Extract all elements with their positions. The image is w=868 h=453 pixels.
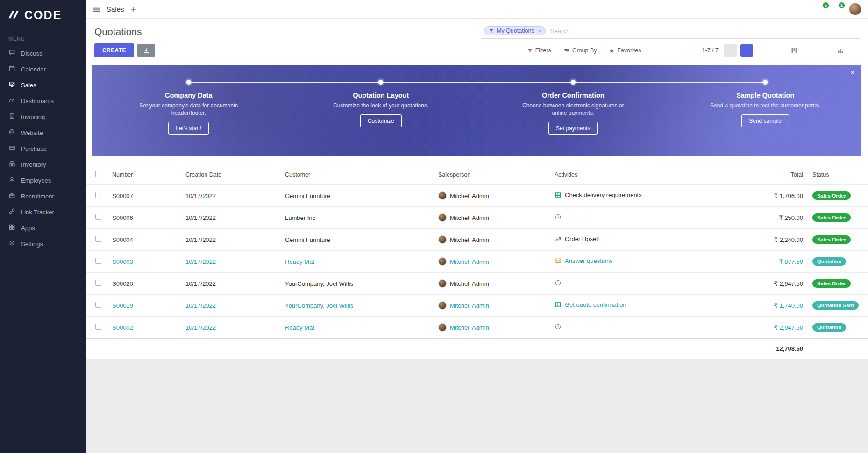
cell-customer: Gemini Furniture	[280, 229, 434, 251]
export-button[interactable]	[137, 44, 155, 57]
calendar-view-icon[interactable]	[806, 47, 813, 54]
cell-activity[interactable]: Order Upsell	[550, 229, 719, 251]
sidebar-item-label: Settings	[21, 241, 43, 248]
step-title: Sample Quotation	[669, 92, 862, 99]
pager-range: 1-7 / 7	[702, 47, 719, 54]
sales-icon	[8, 81, 15, 89]
sidebar-item-link-tracker[interactable]: Link Tracker	[0, 204, 86, 220]
messages-badge: 5	[823, 2, 829, 8]
table-row[interactable]: S00003 10/17/2022 Ready Mat Mitchell Adm…	[86, 251, 868, 273]
search-facet[interactable]: My Quotations ×	[484, 26, 546, 35]
column-header-number[interactable]: Number	[107, 164, 181, 185]
search-input[interactable]: My Quotations × Search...	[481, 25, 860, 39]
cell-activity[interactable]	[550, 273, 719, 295]
sidebar-item-settings[interactable]: Settings	[0, 236, 86, 252]
table-row[interactable]: S00006 10/17/2022 Lumber Inc Mitchell Ad…	[86, 207, 868, 229]
sidebar-item-purchase[interactable]: Purchase	[0, 141, 86, 156]
view-container: Quotations My Quotations × Search... CRE…	[86, 19, 868, 359]
kanban-view-icon[interactable]	[790, 47, 798, 54]
sidebar-item-inventory[interactable]: Inventory	[0, 156, 86, 172]
cell-activity[interactable]: Answer questions	[550, 251, 719, 273]
column-header-total[interactable]: Total	[719, 164, 808, 185]
salesperson-avatar	[438, 301, 447, 310]
inventory-icon	[8, 160, 15, 169]
column-header-salesperson[interactable]: Salesperson	[434, 164, 550, 185]
select-all-checkbox[interactable]	[95, 171, 101, 177]
add-tab-icon[interactable]	[130, 6, 137, 13]
column-header-creation-date[interactable]: Creation Date	[181, 164, 280, 185]
salesperson-avatar	[438, 213, 447, 222]
row-checkbox[interactable]	[95, 192, 101, 198]
group-by-button[interactable]: Group By	[563, 47, 597, 54]
discuss-icon	[8, 49, 15, 57]
cell-creation-date: 10/17/2022	[181, 317, 280, 339]
filters-label: Filters	[535, 47, 551, 54]
table-row[interactable]: S00019 10/17/2022 YourCompany, Joel Will…	[86, 295, 868, 317]
column-header-customer[interactable]: Customer	[280, 164, 434, 185]
app-window: CODE MENU Discuss Calendar Sales Dashboa…	[0, 0, 868, 453]
cell-activity[interactable]	[550, 317, 719, 339]
favorites-button[interactable]: ★ Favorites	[609, 47, 641, 54]
view-switcher	[775, 47, 860, 55]
user-avatar[interactable]	[849, 3, 861, 15]
sidebar-item-discuss[interactable]: Discuss	[0, 45, 86, 61]
set-payments-button[interactable]: Set payments	[548, 122, 598, 135]
search-placeholder: Search...	[550, 28, 575, 35]
column-header-status[interactable]: Status	[808, 164, 868, 185]
cell-activity[interactable]: Get quote confirmation	[550, 295, 719, 317]
sidebar-item-recruitment[interactable]: Recruitment	[0, 188, 86, 204]
pager-prev-button[interactable]	[724, 44, 737, 57]
table-row[interactable]: S00007 10/17/2022 Gemini Furniture Mitch…	[86, 185, 868, 207]
cell-salesperson: Mitchell Admin	[434, 251, 550, 273]
graph-view-icon[interactable]	[837, 47, 844, 54]
search-icon[interactable]	[850, 28, 857, 35]
cell-total: ₹ 2,947.50	[719, 317, 808, 339]
cell-status: Sales Order	[808, 185, 868, 207]
sidebar-item-dashboards[interactable]: Dashboards	[0, 93, 86, 109]
activities-clock-icon[interactable]: 1	[833, 5, 841, 13]
list-view-icon[interactable]	[775, 47, 783, 55]
filters-button[interactable]: Filters	[527, 47, 551, 54]
table-row[interactable]: S00002 10/17/2022 Ready Mat Mitchell Adm…	[86, 317, 868, 339]
cell-customer: Ready Mat	[280, 251, 434, 273]
row-checkbox[interactable]	[95, 214, 101, 220]
pager-next-button[interactable]	[740, 44, 753, 57]
salesperson-avatar	[438, 191, 447, 200]
cell-total: ₹ 1,706.00	[719, 185, 808, 207]
sidebar-item-label: Apps	[21, 225, 35, 232]
sidebar-item-website[interactable]: Website	[0, 125, 86, 141]
brand-logo[interactable]: CODE	[0, 0, 86, 28]
debug-icon[interactable]	[802, 6, 809, 13]
row-checkbox[interactable]	[95, 280, 101, 286]
facet-close-icon[interactable]: ×	[538, 28, 541, 34]
sidebar-item-invoicing[interactable]: Invoicing	[0, 109, 86, 125]
cell-activity[interactable]: Check delivery requirements	[550, 185, 719, 207]
dashboards-icon	[8, 97, 15, 105]
current-app-name[interactable]: Sales	[107, 5, 124, 13]
status-badge: Sales Order	[812, 235, 851, 244]
table-row[interactable]: S00004 10/17/2022 Gemini Furniture Mitch…	[86, 229, 868, 251]
row-checkbox[interactable]	[95, 236, 101, 242]
column-header-activities[interactable]: Activities	[550, 164, 719, 185]
sidebar-item-sales[interactable]: Sales	[0, 77, 86, 93]
sidebar-item-calendar[interactable]: Calendar	[0, 61, 86, 77]
sidebar-item-apps[interactable]: Apps	[0, 220, 86, 236]
sidebar-item-employees[interactable]: Employees	[0, 172, 86, 188]
messages-icon[interactable]: 5	[817, 5, 825, 13]
row-checkbox[interactable]	[95, 302, 101, 308]
row-checkbox[interactable]	[95, 324, 101, 330]
step-description: Customize the look of your quotations.	[325, 102, 437, 109]
hamburger-menu-icon[interactable]	[92, 5, 100, 13]
cell-activity[interactable]	[550, 207, 719, 229]
send-sample-button[interactable]: Send sample	[741, 114, 789, 127]
clock-icon	[555, 323, 562, 330]
table-row[interactable]: S00020 10/17/2022 YourCompany, Joel Will…	[86, 273, 868, 295]
cell-salesperson: Mitchell Admin	[434, 317, 550, 339]
customize-button[interactable]: Customize	[360, 114, 402, 127]
create-button[interactable]: CREATE	[94, 43, 134, 57]
lets-start-button[interactable]: Let's start!	[168, 122, 209, 135]
pivot-view-icon[interactable]	[821, 47, 829, 54]
row-checkbox[interactable]	[95, 258, 101, 264]
activity-view-icon[interactable]	[852, 47, 860, 54]
cell-number: S00019	[107, 295, 181, 317]
